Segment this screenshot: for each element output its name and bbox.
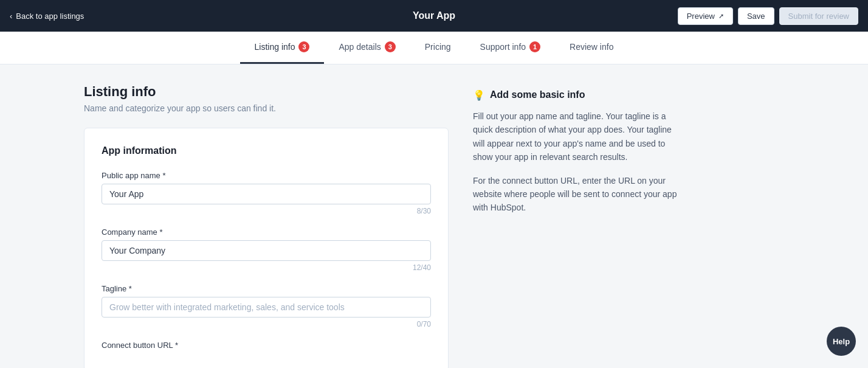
tab-review-info[interactable]: Review info [555, 32, 628, 64]
tab-pricing[interactable]: Pricing [410, 32, 466, 64]
header-title: Your App [413, 10, 455, 21]
tab-listing-info[interactable]: Listing info 3 [240, 32, 325, 64]
header-actions: Preview ➚ Save Submit for review [678, 7, 858, 25]
section-title: Listing info [84, 84, 449, 100]
back-link-label: Back to app listings [16, 12, 84, 21]
tab-support-info-label: Support info [480, 42, 526, 52]
tab-review-info-label: Review info [570, 42, 613, 52]
public-app-name-label: Public app name * [102, 171, 431, 180]
app-information-card: App information Public app name * 8/30 C… [84, 128, 449, 368]
tab-pricing-label: Pricing [425, 42, 451, 52]
tab-support-info[interactable]: Support info 1 [466, 32, 556, 64]
help-button[interactable]: Help [827, 327, 856, 356]
tab-app-details[interactable]: App details 3 [324, 32, 410, 64]
lightbulb-icon: 💡 [473, 89, 485, 101]
tagline-group: Tagline * 0/70 [102, 284, 431, 328]
tab-listing-info-label: Listing info [255, 42, 295, 52]
left-column: Listing info Name and categorize your ap… [84, 84, 449, 368]
card-title: App information [102, 145, 431, 156]
public-app-name-char-count: 8/30 [102, 207, 431, 215]
preview-label: Preview [687, 12, 715, 21]
header-left: ‹ Back to app listings [10, 12, 84, 21]
public-app-name-group: Public app name * 8/30 [102, 171, 431, 215]
info-panel-paragraph-1: Fill out your app name and tagline. Your… [473, 109, 680, 164]
public-app-name-input[interactable] [102, 184, 431, 204]
info-panel: 💡 Add some basic info Fill out your app … [473, 84, 680, 229]
main-content: Listing info Name and categorize your ap… [69, 64, 799, 368]
connect-url-label: Connect button URL * [102, 341, 431, 350]
submit-label: Submit for review [788, 12, 849, 21]
tab-support-info-badge: 1 [529, 41, 540, 52]
company-name-group: Company name * 12/40 [102, 227, 431, 272]
info-panel-title: Add some basic info [490, 89, 585, 100]
tab-app-details-label: App details [339, 42, 381, 52]
tab-listing-info-badge: 3 [298, 41, 309, 52]
preview-button[interactable]: Preview ➚ [678, 7, 733, 25]
header: ‹ Back to app listings Your App Preview … [0, 0, 868, 32]
company-name-label: Company name * [102, 227, 431, 237]
info-panel-paragraph-2: For the connect button URL, enter the UR… [473, 174, 680, 215]
external-link-icon: ➚ [718, 12, 724, 20]
section-subtitle: Name and categorize your app so users ca… [84, 103, 449, 113]
help-label: Help [833, 337, 850, 346]
company-name-input[interactable] [102, 240, 431, 261]
save-label: Save [747, 12, 765, 21]
info-panel-header: 💡 Add some basic info [473, 89, 680, 101]
company-name-char-count: 12/40 [102, 263, 431, 272]
tab-app-details-badge: 3 [385, 41, 396, 52]
tagline-label: Tagline * [102, 284, 431, 293]
tagline-char-count: 0/70 [102, 320, 431, 328]
tagline-input[interactable] [102, 297, 431, 318]
chevron-left-icon: ‹ [10, 12, 12, 21]
connect-url-group: Connect button URL * [102, 341, 431, 350]
submit-for-review-button[interactable]: Submit for review [779, 7, 858, 25]
right-column: 💡 Add some basic info Fill out your app … [473, 84, 680, 368]
tabs-bar: Listing info 3 App details 3 Pricing Sup… [0, 32, 868, 64]
back-to-listings-link[interactable]: ‹ Back to app listings [10, 12, 84, 21]
save-button[interactable]: Save [738, 7, 774, 25]
